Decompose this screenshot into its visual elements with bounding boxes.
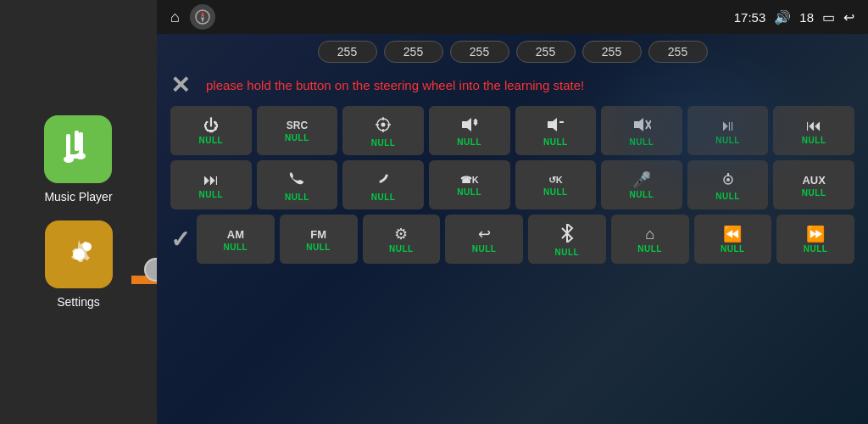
volume-icon: 🔊 [774, 9, 791, 25]
vol-down-icon [546, 117, 565, 135]
value-pill-6: 255 [648, 41, 708, 63]
svg-rect-0 [66, 134, 70, 158]
sw-btn-phone-k-label: NULL [457, 187, 481, 197]
sw-content: 255 255 255 255 255 255 ✕ please hold th… [157, 34, 868, 424]
hang-k-icon: ↺K [548, 176, 563, 185]
sw-btn-hang-k-label: NULL [543, 187, 568, 197]
sw-btn-back-label: NULL [472, 244, 497, 254]
sw-btn-vol-down-label: NULL [543, 137, 568, 147]
sw-btn-hang-k[interactable]: ↺K NULL [515, 160, 597, 209]
sw-btn-setup[interactable]: ⚙ NULL [363, 215, 441, 264]
value-pill-3: 255 [450, 41, 509, 63]
settings-gear-icon [58, 233, 100, 276]
sw-btn-src[interactable]: SRC NULL [257, 106, 338, 155]
action-row: ✕ please hold the button on the steering… [170, 71, 854, 99]
sw-btn-prev[interactable]: ⏮ NULL [773, 106, 854, 155]
next-icon: ⏭ [203, 172, 219, 187]
sw-btn-power[interactable]: ⏻ NULL [170, 106, 252, 155]
home-icon[interactable]: ⌂ [170, 8, 180, 26]
sidebar-item-settings[interactable]: Settings [45, 220, 113, 309]
sw-btn-camera-label: NULL [715, 192, 740, 201]
sw-btn-aux[interactable]: AUX NULL [773, 160, 854, 209]
music-player-label: Music Player [44, 190, 112, 204]
sw-btn-ff[interactable]: ⏩ NULL [776, 215, 854, 264]
sw-btn-phone-k[interactable]: ☎K NULL [429, 160, 510, 209]
sw-btn-mute[interactable]: NULL [601, 106, 682, 155]
play-pause-icon: ⏯ [721, 118, 736, 133]
sw-btn-mute-label: NULL [630, 137, 654, 147]
gps-icon [375, 116, 392, 136]
sw-btn-bluetooth[interactable]: NULL [528, 215, 606, 264]
sw-btn-next[interactable]: ⏭ NULL [170, 160, 252, 209]
music-player-icon-bg [44, 115, 112, 183]
back-icon[interactable]: ↩ [843, 9, 854, 25]
volume-level: 18 [799, 10, 814, 25]
value-row: 255 255 255 255 255 255 [170, 41, 854, 63]
top-bar-right: 17:53 🔊 18 ▭ ↩ [734, 9, 854, 25]
am-icon: AM [227, 229, 244, 240]
svg-rect-1 [75, 131, 79, 151]
svg-marker-17 [462, 118, 471, 131]
src-icon: SRC [287, 120, 308, 131]
fm-icon: FM [310, 229, 326, 240]
sw-btn-gps[interactable]: NULL [342, 106, 424, 155]
sw-btn-fm[interactable]: FM NULL [280, 215, 358, 264]
sw-btn-back[interactable]: ↩ NULL [445, 215, 523, 264]
sidebar-item-music[interactable]: Music Player [44, 115, 112, 204]
value-pill-1: 255 [318, 41, 377, 63]
sw-btn-camera[interactable]: NULL [687, 160, 769, 209]
settings-icon-bg [45, 220, 113, 288]
nav-circle-icon[interactable] [190, 4, 215, 30]
sw-btn-call[interactable]: NULL [257, 160, 338, 209]
sw-btn-gps-label: NULL [371, 138, 396, 148]
sw-btn-hangup[interactable]: NULL [342, 160, 424, 209]
svg-marker-9 [201, 11, 204, 17]
svg-point-16 [381, 122, 386, 126]
sw-btn-fm-label: NULL [306, 243, 331, 252]
sw-btn-aux-label: NULL [802, 188, 826, 198]
compass-icon [195, 9, 210, 25]
camera-icon [720, 171, 737, 189]
phone-k-icon: ☎K [460, 176, 479, 185]
row3-container: ✓ AM NULL FM NULL ⚙ NULL [170, 215, 854, 264]
sw-btn-vol-up-label: NULL [457, 137, 481, 147]
sw-btn-rewind[interactable]: ⏪ NULL [694, 215, 772, 264]
setup-icon: ⚙ [394, 226, 408, 242]
aux-icon: AUX [802, 175, 825, 186]
sw-btn-mic[interactable]: 🎤 NULL [601, 160, 682, 209]
sw-btn-rewind-label: NULL [721, 244, 745, 254]
sw-btn-prev-label: NULL [802, 136, 826, 145]
sw-btn-bluetooth-label: NULL [555, 248, 580, 257]
button-grid-row1: ⏻ NULL SRC NULL NULL NULL [170, 106, 854, 155]
svg-marker-23 [634, 118, 643, 131]
top-bar-left: ⌂ [170, 4, 215, 30]
svg-point-27 [726, 178, 730, 181]
instruction-text: please hold the button on the steering w… [206, 78, 584, 92]
bluetooth-icon [560, 224, 574, 245]
sw-btn-src-label: NULL [285, 133, 309, 142]
button-grid-row3: AM NULL FM NULL ⚙ NULL ↩ NULL [197, 215, 854, 264]
sw-btn-vol-up[interactable]: NULL [429, 106, 510, 155]
power-icon: ⏻ [203, 118, 219, 133]
prev-icon: ⏮ [806, 118, 821, 133]
sw-btn-setup-label: NULL [389, 244, 414, 254]
rewind-icon: ⏪ [723, 226, 742, 242]
time-display: 17:53 [734, 10, 766, 25]
battery-icon: ▭ [822, 9, 835, 25]
svg-marker-21 [548, 118, 557, 131]
sw-btn-vol-down[interactable]: NULL [515, 106, 597, 155]
sw-btn-am[interactable]: AM NULL [197, 215, 275, 264]
sw-btn-home[interactable]: ⌂ NULL [611, 215, 689, 264]
music-note-icon [59, 131, 97, 168]
mic-icon: 🎤 [632, 172, 651, 187]
value-pill-5: 255 [582, 41, 642, 63]
main-content: ⌂ 17:53 🔊 18 ▭ ↩ 255 255 255 255 255 [157, 0, 868, 424]
sw-btn-hangup-label: NULL [371, 192, 396, 202]
cancel-button[interactable]: ✕ [170, 71, 196, 99]
svg-point-3 [64, 156, 74, 163]
sw-btn-am-label: NULL [224, 243, 248, 252]
sw-btn-home-label: NULL [637, 244, 662, 254]
sw-btn-play-pause[interactable]: ⏯ NULL [687, 106, 769, 155]
svg-rect-5 [79, 132, 83, 156]
confirm-button[interactable]: ✓ [170, 226, 190, 254]
